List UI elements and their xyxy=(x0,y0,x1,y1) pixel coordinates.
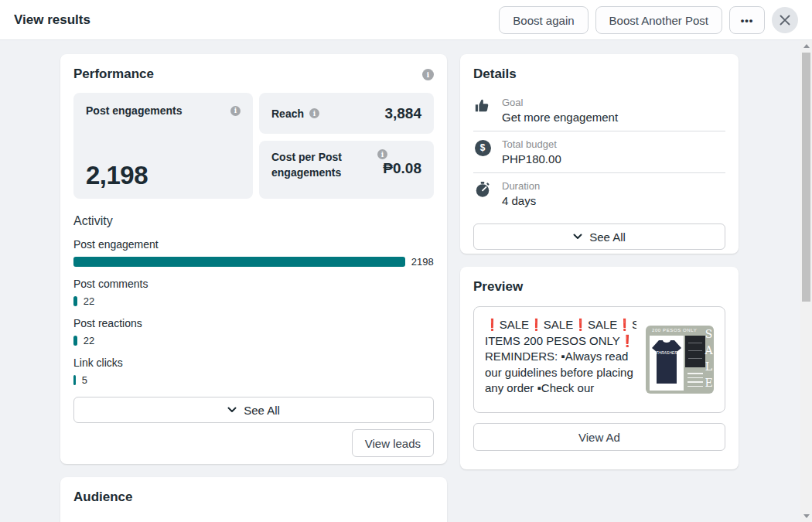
ellipsis-icon: ••• xyxy=(741,15,754,26)
thumbs-up-icon xyxy=(473,97,492,115)
reach-label: Reach xyxy=(271,107,304,120)
activity-value: 22 xyxy=(84,295,94,307)
details-row-goal: Goal Get more engagement xyxy=(473,90,725,131)
shirt-brand-text: THRASHER xyxy=(656,350,677,355)
reach-value: 3,884 xyxy=(384,105,421,122)
more-options-button[interactable]: ••• xyxy=(729,6,765,34)
ad-text: ❗SALE❗SALE❗SALE❗SALE❗SALE❗❗ALL ITEMS 200… xyxy=(485,317,636,398)
sale-vertical-text: SALE xyxy=(705,326,713,391)
activity-bar xyxy=(73,257,405,267)
see-all-label: See All xyxy=(244,404,280,417)
activity-row-post-comments: Post comments 22 xyxy=(73,278,434,307)
activity-label: Link clicks xyxy=(73,357,434,369)
activity-bar xyxy=(73,336,77,346)
see-all-label: See All xyxy=(589,230,626,244)
view-ad-button[interactable]: View Ad xyxy=(473,423,725,451)
scrollbar-thumb[interactable] xyxy=(802,53,810,302)
scroll-up-arrow[interactable] xyxy=(800,40,812,52)
activity-value: 22 xyxy=(84,335,94,346)
content-area: Performance i Post engagements i 2,198 R… xyxy=(0,40,800,522)
boost-again-button[interactable]: Boost again xyxy=(499,6,588,34)
modal-header: View results Boost again Boost Another P… xyxy=(0,0,812,40)
audience-title: Audience xyxy=(73,490,434,505)
chevron-down-icon xyxy=(227,407,237,413)
reach-tile: Reach i 3,884 xyxy=(259,93,434,134)
ad-thumbnail: 200 PESOS ONLY THRASHER SALE xyxy=(646,326,714,394)
reach-info-icon[interactable]: i xyxy=(309,108,319,118)
post-engagements-tile: Post engagements i 2,198 xyxy=(73,93,253,199)
thumbnail-note-lines xyxy=(685,370,705,391)
performance-title: Performance xyxy=(73,67,154,82)
preview-title: Preview xyxy=(473,279,725,295)
performance-info-icon[interactable]: i xyxy=(422,69,434,80)
details-row-duration: Duration 4 days xyxy=(473,173,725,214)
tshirt-photo: THRASHER xyxy=(650,336,684,391)
post-engagements-label: Post engagements xyxy=(86,104,182,117)
view-leads-button[interactable]: View leads xyxy=(352,429,434,457)
post-engagements-value: 2,198 xyxy=(86,161,148,190)
details-see-all-button[interactable]: See All xyxy=(473,223,725,250)
close-button[interactable] xyxy=(772,7,798,33)
post-engagements-info-icon[interactable]: i xyxy=(230,106,241,116)
performance-see-all-button[interactable]: See All xyxy=(73,397,434,423)
activity-label: Post comments xyxy=(73,278,434,290)
chevron-down-icon xyxy=(573,234,582,240)
metric-tiles: Post engagements i 2,198 Reach i 3,884 C… xyxy=(73,93,434,199)
activity-row-post-reactions: Post reactions 22 xyxy=(73,317,434,346)
activity-value: 2198 xyxy=(411,256,434,268)
stopwatch-icon xyxy=(473,180,492,199)
cost-info-icon[interactable]: i xyxy=(377,149,387,159)
detail-label: Goal xyxy=(502,97,618,108)
ad-preview-box: ❗SALE❗SALE❗SALE❗SALE❗SALE❗❗ALL ITEMS 200… xyxy=(473,306,725,413)
detail-label: Duration xyxy=(502,180,540,192)
page-title: View results xyxy=(14,12,90,28)
activity-label: Post reactions xyxy=(73,317,434,329)
activity-row-post-engagement: Post engagement 2198 xyxy=(73,238,434,268)
scroll-down-arrow[interactable] xyxy=(800,510,812,522)
activity-bar xyxy=(73,375,76,385)
details-row-budget: $ Total budget PHP180.00 xyxy=(473,131,725,173)
details-card: Details Goal Get more engagement $ Total… xyxy=(460,54,739,254)
activity-title: Activity xyxy=(73,214,434,228)
cost-per-engagement-tile: Cost per Post engagements i ₱0.08 xyxy=(259,141,434,199)
thumbnail-caption: 200 PESOS ONLY xyxy=(652,328,697,333)
details-title: Details xyxy=(473,67,725,82)
audience-card: Audience xyxy=(60,477,447,522)
activity-bar xyxy=(73,296,77,306)
product-photos xyxy=(685,336,705,367)
header-actions: Boost again Boost Another Post ••• xyxy=(499,0,798,40)
detail-value: 4 days xyxy=(502,194,540,207)
cost-value: ₱0.08 xyxy=(383,160,421,177)
detail-value: Get more engagement xyxy=(502,111,618,124)
close-icon xyxy=(779,14,791,26)
activity-value: 5 xyxy=(82,374,87,386)
scrollbar xyxy=(800,40,812,522)
boost-another-post-button[interactable]: Boost Another Post xyxy=(595,6,722,34)
detail-label: Total budget xyxy=(502,138,561,150)
preview-card: Preview ❗SALE❗SALE❗SALE❗SALE❗SALE❗❗ALL I… xyxy=(460,267,739,469)
cost-label: Cost per Post engagements xyxy=(271,149,363,190)
dollar-icon: $ xyxy=(473,138,492,157)
activity-row-link-clicks: Link clicks 5 xyxy=(73,357,434,386)
performance-card: Performance i Post engagements i 2,198 R… xyxy=(60,54,447,464)
detail-value: PHP180.00 xyxy=(502,152,561,165)
activity-label: Post engagement xyxy=(73,238,434,251)
